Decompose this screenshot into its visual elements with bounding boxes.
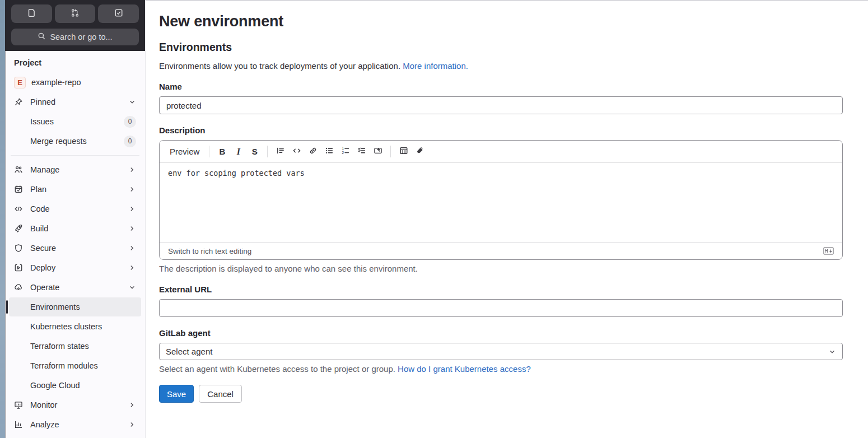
sidebar-item-label: Analyze [30,420,128,429]
main-content: New environment Environments Environment… [146,0,868,438]
collapsible-section-button[interactable] [370,144,386,160]
sidebar-item-label: Plan [30,185,128,194]
sidebar-item-label: Terraform modules [30,361,136,370]
quote-button[interactable] [272,144,288,160]
description-textarea[interactable]: env for scoping protected vars [160,163,842,242]
attach-file-button[interactable] [412,144,428,160]
sidebar-item-label: Issues [30,117,124,126]
merge-requests-shortcut-button[interactable] [55,4,96,23]
sidebar-item-label: Pinned [30,97,128,106]
task-list-icon [357,146,366,157]
monitor-icon [14,400,23,409]
table-icon [399,146,408,157]
deploy-play-icon [14,263,23,272]
sidebar-item-google-cloud[interactable]: Google Cloud [9,376,141,395]
code-brackets-icon [14,204,23,213]
sidebar-item-build[interactable]: Build [9,219,141,238]
description-field-group: Description Preview B I S [159,125,843,273]
external-url-label: External URL [159,285,843,294]
merge-requests-count-badge: 0 [124,136,136,147]
intro-text: Environments allow you to track deployme… [159,61,843,71]
agent-select[interactable]: Select agent [159,343,843,360]
todos-shortcut-button[interactable] [98,4,139,23]
editor-footer: Switch to rich text editing [160,242,842,259]
issues-count-badge: 0 [124,116,136,128]
chevron-right-icon [128,225,136,232]
editor-toolbar: Preview B I S [160,141,842,163]
name-label: Name [159,82,843,91]
attachment-icon [416,146,424,157]
kubernetes-access-link[interactable]: How do I grant Kubernetes access? [398,364,531,374]
sidebar-item-label: Operate [30,283,128,292]
preview-tab[interactable]: Preview [165,144,204,160]
svg-text:2: 2 [342,151,344,155]
sidebar-item-deploy[interactable]: Deploy [9,258,141,277]
toolbar-separator [390,146,391,157]
people-icon [14,165,23,174]
save-button[interactable]: Save [159,385,194,403]
name-field-group: Name [159,82,843,114]
italic-button[interactable]: I [230,144,246,160]
bar-chart-icon [14,420,23,429]
sidebar-item-operate[interactable]: Operate [9,278,141,297]
markdown-editor: Preview B I S [159,140,843,260]
sidebar-header: Search or go to... [5,0,145,51]
cancel-button[interactable]: Cancel [199,385,242,403]
sidebar-item-project[interactable]: E example-repo [9,73,141,92]
sidebar-item-issues[interactable]: Issues 0 [9,112,141,131]
switch-rich-text-link[interactable]: Switch to rich text editing [168,247,251,255]
bold-button[interactable]: B [214,144,230,160]
gitlab-agent-label: GitLab agent [159,328,843,338]
page-title: New environment [159,13,843,30]
sidebar-item-terraform-states[interactable]: Terraform states [9,337,141,356]
sidebar-item-label: Code [30,204,128,213]
search-placeholder: Search or go to... [50,32,112,41]
search-input[interactable]: Search or go to... [11,29,139,45]
strikethrough-button[interactable]: S [246,144,263,160]
sidebar-item-merge-requests[interactable]: Merge requests 0 [9,132,141,151]
sidebar-item-environments[interactable]: Environments [9,297,141,316]
numbered-list-button[interactable]: 12 [337,144,353,160]
external-url-field-group: External URL [159,285,843,317]
numbered-list-icon: 12 [341,146,350,157]
sidebar-item-plan[interactable]: Plan [9,180,141,199]
sidebar-item-label: Monitor [30,400,128,409]
chevron-right-icon [128,166,136,174]
svg-text:1: 1 [342,146,344,150]
search-icon [38,32,46,42]
intro-sentence: Environments allow you to track deployme… [159,61,400,71]
sidebar-item-code[interactable]: Code [9,199,141,218]
sidebar-item-kubernetes-clusters[interactable]: Kubernetes clusters [9,317,141,336]
agent-select-value: Select agent [166,347,212,356]
agent-help-text: Select an agent with Kubernetes access t… [159,364,843,374]
sidebar-item-label: Deploy [30,263,128,272]
link-icon [309,146,318,157]
more-information-link[interactable]: More information. [403,61,468,71]
issues-shortcut-button[interactable] [11,4,52,23]
sidebar-item-monitor[interactable]: Monitor [9,395,141,414]
insert-code-button[interactable] [288,144,305,160]
gitlab-agent-field-group: GitLab agent Select agent Select an agen… [159,328,843,374]
environments-heading: Environments [159,41,843,54]
name-input[interactable] [159,96,843,114]
project-name: example-repo [31,78,136,87]
sidebar-item-label: Build [30,224,128,233]
sidebar-item-manage[interactable]: Manage [9,160,141,179]
insert-link-button[interactable] [305,144,321,160]
chevron-right-icon [128,185,136,193]
chevron-right-icon [128,421,136,428]
cloud-gear-icon [14,283,23,292]
bullet-list-button[interactable] [321,144,337,160]
insert-table-button[interactable] [395,144,412,160]
sidebar-item-secure[interactable]: Secure [9,239,141,258]
external-url-input[interactable] [159,299,843,317]
sidebar-item-terraform-modules[interactable]: Terraform modules [9,356,141,375]
task-list-button[interactable] [353,144,370,160]
sidebar-item-analyze[interactable]: Analyze [9,415,141,434]
sidebar-item-pinned[interactable]: Pinned [9,92,141,111]
todo-check-icon [114,8,123,19]
chevron-down-icon [128,98,136,106]
chevron-right-icon [128,264,136,272]
calendar-icon [14,185,23,194]
rocket-icon [14,224,23,233]
